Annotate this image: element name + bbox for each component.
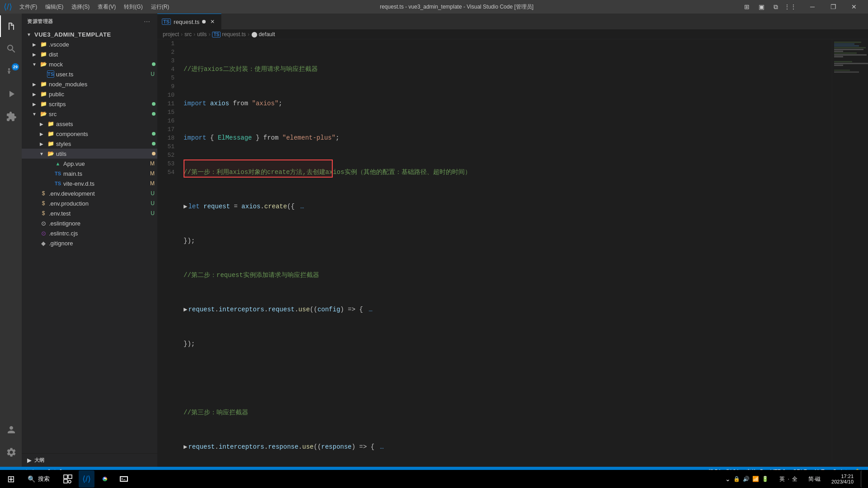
tree-mock[interactable]: ▼ 📂 mock <box>22 59 157 69</box>
tree-eslintignore[interactable]: ▶ ⊙ .eslintignore <box>22 218 157 228</box>
breadcrumb-utils[interactable]: utils <box>197 31 207 38</box>
tree-styles[interactable]: ▶ 📁 styles <box>22 139 157 149</box>
vite-env-status: M <box>150 180 155 187</box>
user-ts-label: user.ts <box>56 71 149 78</box>
tree-user-ts[interactable]: ▶ TS user.ts U <box>22 69 157 79</box>
activity-account[interactable] <box>0 419 22 441</box>
breadcrumb-default[interactable]: ⬤ default <box>251 31 275 38</box>
tree-components[interactable]: ▶ 📁 components <box>22 129 157 139</box>
activity-source-control[interactable]: 29 <box>0 61 22 82</box>
layout-icon[interactable]: ▣ <box>755 1 768 12</box>
fold-5[interactable]: ▶ <box>184 202 187 211</box>
menu-goto[interactable]: 转到(G) <box>120 2 146 12</box>
breadcrumb-src[interactable]: src <box>184 31 192 38</box>
components-label: components <box>56 131 150 137</box>
folder-icon: 📁 <box>47 130 54 137</box>
tree-env-dev[interactable]: ▶ $ .env.development U <box>22 188 157 198</box>
mock-arrow: ▼ <box>31 61 38 68</box>
tree-app-vue[interactable]: ▶ ▲ App.vue M <box>22 159 157 169</box>
ln-16: 16 <box>157 117 175 125</box>
menu-view[interactable]: 查看(V) <box>94 2 119 12</box>
tab-modified-dot <box>202 20 206 23</box>
src-dot <box>152 112 156 116</box>
tree-dist[interactable]: ▶ 📁 dist <box>22 49 157 59</box>
tree-root[interactable]: ▼ VUE3_ADMIN_TEMPLATE <box>22 29 157 39</box>
remote-icon[interactable]: ⊞ <box>741 1 753 12</box>
minimize-button[interactable]: ─ <box>802 0 823 14</box>
taskbar-vscode-app[interactable]: ⟨/⟩ <box>79 470 94 488</box>
menu-run[interactable]: 运行(R) <box>147 2 173 12</box>
tree-env-prod[interactable]: ▶ $ .env.production U <box>22 198 157 208</box>
clock[interactable]: 17:21 2023/4/10 <box>828 474 857 484</box>
close-button[interactable]: ✕ <box>844 0 864 14</box>
editor-bottom-padding <box>157 462 868 467</box>
menu-select[interactable]: 选择(S) <box>68 2 93 12</box>
code-line-15: }); <box>184 340 832 348</box>
tree-vscode[interactable]: ▶ 📁 .vscode <box>22 39 157 49</box>
sidebar-title: 资源管理器 <box>27 18 53 25</box>
env-icon: $ <box>40 190 47 197</box>
gitignore-label: .gitignore <box>49 240 157 247</box>
taskbar-widgets[interactable] <box>59 470 77 488</box>
show-desktop[interactable] <box>861 470 864 488</box>
ln-15: 15 <box>157 108 175 117</box>
env-dev-label: .env.development <box>49 190 149 197</box>
outline-title: 大纲 <box>34 457 44 464</box>
tree-eslintrc[interactable]: ▶ ⊙ .eslintrc.cjs <box>22 228 157 238</box>
tree-vite-env[interactable]: ▶ TS vite-env.d.ts M <box>22 178 157 188</box>
fold-18[interactable]: ▶ <box>184 443 187 451</box>
taskbar-start[interactable]: ⊞ <box>4 470 19 488</box>
env-icon: $ <box>40 200 47 207</box>
fold-11[interactable]: ▶ <box>184 305 187 314</box>
menu-file[interactable]: 文件(F) <box>16 2 41 12</box>
tab-close[interactable]: ✕ <box>208 18 217 26</box>
env-test-label: .env.test <box>49 210 149 217</box>
breadcrumb: project › src › utils › TSrequest.ts › ⬤… <box>157 29 868 39</box>
tree-main-ts[interactable]: ▶ TS main.ts M <box>22 169 157 178</box>
tree-env-test[interactable]: ▶ $ .env.test U <box>22 208 157 218</box>
src-label: src <box>49 111 150 117</box>
tree-scritps[interactable]: ▶ 📁 scritps <box>22 99 157 109</box>
tree-node-modules[interactable]: ▶ 📁 node_modules <box>22 79 157 89</box>
styles-arrow: ▶ <box>38 140 45 147</box>
activity-explorer[interactable] <box>0 15 22 37</box>
activity-settings[interactable] <box>0 441 22 463</box>
code-line-17: //第三步：响应拦截器 <box>184 408 832 417</box>
node-arrow: ▶ <box>31 80 38 88</box>
scritps-dot <box>152 102 156 106</box>
ime-extra[interactable]: 简·磁 <box>805 475 824 483</box>
ime-tray[interactable]: 英 · 全 <box>776 475 801 483</box>
split-icon[interactable]: ⧉ <box>769 1 782 12</box>
outline-section[interactable]: ▶ 大纲 <box>22 453 157 467</box>
env-dev-status: U <box>151 190 155 197</box>
tree-assets[interactable]: ▶ 📁 assets <box>22 119 157 129</box>
tree-src[interactable]: ▼ 📂 src <box>22 109 157 119</box>
taskbar-terminal[interactable] <box>115 470 132 488</box>
eslintrc-label: .eslintrc.cjs <box>49 230 157 237</box>
menu-edit[interactable]: 编辑(E) <box>42 2 67 12</box>
tree-utils[interactable]: ▼ 📂 utils <box>22 149 157 159</box>
ln-11: 11 <box>157 99 175 108</box>
code-content[interactable]: //进行axios二次封装：使用请求与响应拦截器 import axios fr… <box>180 39 832 462</box>
taskbar-chrome[interactable] <box>96 470 113 488</box>
activity-bar: 29 <box>0 14 22 467</box>
node-label: node_modules <box>49 81 157 88</box>
tab-request-ts[interactable]: TS request.ts ✕ <box>157 14 222 29</box>
breadcrumb-file[interactable]: TSrequest.ts <box>212 31 245 38</box>
taskbar-search[interactable]: 🔍 搜索 <box>20 470 57 488</box>
customize-icon[interactable]: ⋮⋮ <box>784 1 797 12</box>
activity-search[interactable] <box>0 38 22 60</box>
tree-gitignore[interactable]: ▶ ◆ .gitignore <box>22 238 157 248</box>
ln-4: 4 <box>157 65 175 74</box>
tree-public[interactable]: ▶ 📁 public <box>22 89 157 99</box>
code-editor[interactable]: 1 2 3 4 5 9 10 11 15 16 17 18 51 52 53 5… <box>157 39 868 462</box>
activity-extensions[interactable] <box>0 106 22 127</box>
tabs-bar: TS request.ts ✕ <box>157 14 868 29</box>
ts-icon: TS <box>47 70 54 78</box>
restore-button[interactable]: ❐ <box>823 0 844 14</box>
breadcrumb-project[interactable]: project <box>163 31 179 38</box>
activity-run[interactable] <box>0 83 22 105</box>
new-file-button[interactable]: ⋯ <box>142 17 152 27</box>
utils-dot <box>152 152 156 155</box>
vscode-arrow: ▶ <box>31 41 38 48</box>
